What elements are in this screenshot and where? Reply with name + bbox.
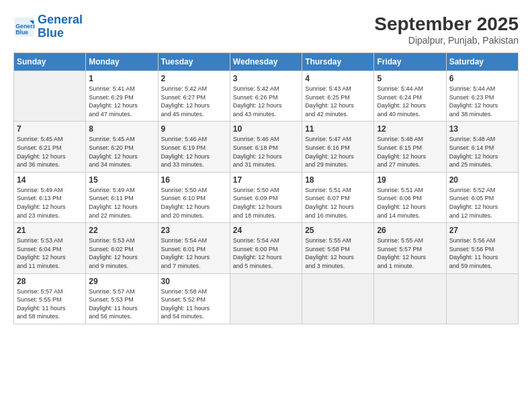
- calendar-cell: 14Sunrise: 5:49 AM Sunset: 6:13 PM Dayli…: [14, 172, 86, 222]
- day-number: 3: [233, 74, 299, 83]
- day-number: 20: [449, 175, 515, 185]
- calendar-cell: [14, 71, 86, 122]
- logo-line1: General: [38, 13, 83, 26]
- day-info: Sunrise: 5:54 AM Sunset: 6:00 PM Dayligh…: [233, 236, 299, 270]
- day-number: 15: [89, 175, 154, 185]
- day-number: 6: [449, 74, 515, 83]
- day-info: Sunrise: 5:50 AM Sunset: 6:09 PM Dayligh…: [233, 186, 299, 220]
- day-info: Sunrise: 5:46 AM Sunset: 6:19 PM Dayligh…: [161, 135, 227, 169]
- day-number: 23: [161, 226, 227, 235]
- calendar-cell: [230, 273, 302, 324]
- calendar-cell: 6Sunrise: 5:44 AM Sunset: 6:23 PM Daylig…: [446, 71, 518, 122]
- month-title: September 2025: [374, 13, 519, 35]
- calendar-cell: 4Sunrise: 5:43 AM Sunset: 6:25 PM Daylig…: [302, 71, 374, 122]
- svg-text:Blue: Blue: [15, 29, 28, 36]
- day-info: Sunrise: 5:42 AM Sunset: 6:27 PM Dayligh…: [161, 85, 227, 118]
- calendar-cell: 5Sunrise: 5:44 AM Sunset: 6:24 PM Daylig…: [374, 71, 446, 122]
- weekday-header: Tuesday: [158, 53, 230, 71]
- day-info: Sunrise: 5:55 AM Sunset: 5:58 PM Dayligh…: [305, 236, 371, 270]
- day-info: Sunrise: 5:53 AM Sunset: 6:04 PM Dayligh…: [17, 236, 83, 270]
- calendar-cell: 22Sunrise: 5:53 AM Sunset: 6:02 PM Dayli…: [86, 223, 158, 273]
- day-number: 16: [161, 175, 227, 185]
- calendar-cell: 8Sunrise: 5:45 AM Sunset: 6:20 PM Daylig…: [86, 122, 158, 172]
- calendar-cell: 9Sunrise: 5:46 AM Sunset: 6:19 PM Daylig…: [158, 122, 230, 172]
- day-info: Sunrise: 5:53 AM Sunset: 6:02 PM Dayligh…: [89, 236, 154, 270]
- calendar-cell: 12Sunrise: 5:48 AM Sunset: 6:15 PM Dayli…: [374, 122, 446, 172]
- calendar-cell: 30Sunrise: 5:58 AM Sunset: 5:52 PM Dayli…: [158, 273, 230, 324]
- calendar-cell: 20Sunrise: 5:52 AM Sunset: 6:05 PM Dayli…: [446, 172, 518, 222]
- calendar-cell: 25Sunrise: 5:55 AM Sunset: 5:58 PM Dayli…: [302, 223, 374, 273]
- title-block: September 2025 Dipalpur, Punjab, Pakista…: [374, 13, 519, 46]
- day-info: Sunrise: 5:57 AM Sunset: 5:55 PM Dayligh…: [17, 287, 83, 321]
- calendar-cell: [374, 273, 446, 324]
- weekday-header: Wednesday: [230, 53, 302, 71]
- calendar-week-row: 21Sunrise: 5:53 AM Sunset: 6:04 PM Dayli…: [14, 223, 519, 273]
- day-number: 9: [161, 124, 227, 134]
- day-number: 4: [305, 74, 371, 83]
- day-info: Sunrise: 5:44 AM Sunset: 6:23 PM Dayligh…: [449, 85, 515, 118]
- day-info: Sunrise: 5:47 AM Sunset: 6:16 PM Dayligh…: [305, 135, 371, 169]
- day-info: Sunrise: 5:48 AM Sunset: 6:15 PM Dayligh…: [377, 135, 443, 169]
- weekday-header: Monday: [86, 53, 158, 71]
- day-number: 17: [233, 175, 299, 185]
- day-number: 14: [17, 175, 83, 185]
- day-number: 8: [89, 124, 154, 134]
- weekday-header: Sunday: [14, 53, 86, 71]
- day-info: Sunrise: 5:48 AM Sunset: 6:14 PM Dayligh…: [449, 135, 515, 169]
- location: Dipalpur, Punjab, Pakistan: [374, 35, 519, 46]
- day-info: Sunrise: 5:49 AM Sunset: 6:13 PM Dayligh…: [17, 186, 83, 220]
- svg-text:General: General: [15, 22, 35, 29]
- day-number: 18: [305, 175, 371, 185]
- day-number: 29: [89, 277, 154, 286]
- day-number: 24: [233, 226, 299, 235]
- calendar-cell: 2Sunrise: 5:42 AM Sunset: 6:27 PM Daylig…: [158, 71, 230, 122]
- calendar-cell: 27Sunrise: 5:56 AM Sunset: 5:56 PM Dayli…: [446, 223, 518, 273]
- header-row: SundayMondayTuesdayWednesdayThursdayFrid…: [14, 53, 519, 71]
- calendar-cell: 7Sunrise: 5:45 AM Sunset: 6:21 PM Daylig…: [14, 122, 86, 172]
- calendar-cell: 11Sunrise: 5:47 AM Sunset: 6:16 PM Dayli…: [302, 122, 374, 172]
- calendar-week-row: 1Sunrise: 5:41 AM Sunset: 6:29 PM Daylig…: [14, 71, 519, 122]
- day-number: 10: [233, 124, 299, 134]
- day-info: Sunrise: 5:51 AM Sunset: 6:06 PM Dayligh…: [377, 186, 443, 220]
- calendar-cell: 23Sunrise: 5:54 AM Sunset: 6:01 PM Dayli…: [158, 223, 230, 273]
- day-info: Sunrise: 5:43 AM Sunset: 6:25 PM Dayligh…: [305, 85, 371, 118]
- logo-line2: Blue: [38, 26, 64, 40]
- logo: General Blue General Blue: [13, 13, 83, 40]
- day-number: 26: [377, 226, 443, 235]
- day-info: Sunrise: 5:45 AM Sunset: 6:20 PM Dayligh…: [89, 135, 154, 169]
- calendar-cell: [302, 273, 374, 324]
- calendar-cell: 15Sunrise: 5:49 AM Sunset: 6:11 PM Dayli…: [86, 172, 158, 222]
- day-number: 21: [17, 226, 83, 235]
- day-info: Sunrise: 5:55 AM Sunset: 5:57 PM Dayligh…: [377, 236, 443, 270]
- day-number: 25: [305, 226, 371, 235]
- day-info: Sunrise: 5:56 AM Sunset: 5:56 PM Dayligh…: [449, 236, 515, 270]
- day-info: Sunrise: 5:51 AM Sunset: 6:07 PM Dayligh…: [305, 186, 371, 220]
- calendar-cell: 1Sunrise: 5:41 AM Sunset: 6:29 PM Daylig…: [86, 71, 158, 122]
- day-info: Sunrise: 5:44 AM Sunset: 6:24 PM Dayligh…: [377, 85, 443, 118]
- calendar-week-row: 7Sunrise: 5:45 AM Sunset: 6:21 PM Daylig…: [14, 122, 519, 172]
- calendar-cell: 13Sunrise: 5:48 AM Sunset: 6:14 PM Dayli…: [446, 122, 518, 172]
- day-number: 30: [161, 277, 227, 286]
- calendar-week-row: 28Sunrise: 5:57 AM Sunset: 5:55 PM Dayli…: [14, 273, 519, 324]
- day-info: Sunrise: 5:58 AM Sunset: 5:52 PM Dayligh…: [161, 287, 227, 321]
- calendar-cell: 10Sunrise: 5:46 AM Sunset: 6:18 PM Dayli…: [230, 122, 302, 172]
- calendar-week-row: 14Sunrise: 5:49 AM Sunset: 6:13 PM Dayli…: [14, 172, 519, 222]
- day-info: Sunrise: 5:41 AM Sunset: 6:29 PM Dayligh…: [89, 85, 154, 118]
- day-number: 19: [377, 175, 443, 185]
- day-info: Sunrise: 5:57 AM Sunset: 5:53 PM Dayligh…: [89, 287, 154, 321]
- calendar-cell: 26Sunrise: 5:55 AM Sunset: 5:57 PM Dayli…: [374, 223, 446, 273]
- day-info: Sunrise: 5:42 AM Sunset: 6:26 PM Dayligh…: [233, 85, 299, 118]
- calendar-header: SundayMondayTuesdayWednesdayThursdayFrid…: [14, 53, 519, 71]
- weekday-header: Friday: [374, 53, 446, 71]
- logo-text: General Blue: [38, 13, 83, 40]
- day-number: 28: [17, 277, 83, 286]
- calendar-cell: [446, 273, 518, 324]
- day-number: 27: [449, 226, 515, 235]
- day-info: Sunrise: 5:50 AM Sunset: 6:10 PM Dayligh…: [161, 186, 227, 220]
- calendar-cell: 21Sunrise: 5:53 AM Sunset: 6:04 PM Dayli…: [14, 223, 86, 273]
- day-number: 5: [377, 74, 443, 83]
- day-info: Sunrise: 5:54 AM Sunset: 6:01 PM Dayligh…: [161, 236, 227, 270]
- calendar-body: 1Sunrise: 5:41 AM Sunset: 6:29 PM Daylig…: [14, 71, 519, 324]
- day-number: 11: [305, 124, 371, 134]
- day-number: 12: [377, 124, 443, 134]
